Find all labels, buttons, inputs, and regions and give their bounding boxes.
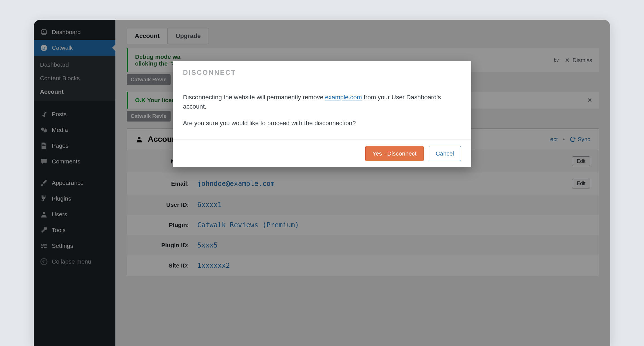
modal-title: Disconnect [173,61,471,84]
yes-disconnect-button[interactable]: Yes - Disconnect [365,146,424,161]
modal-footer: Yes - Disconnect Cancel [173,140,471,167]
app-window: Dashboard B Catwalk Dashboard Content Bl… [34,20,610,346]
disconnect-modal: Disconnect Disconnecting the website wil… [173,61,471,167]
cancel-button[interactable]: Cancel [429,146,461,161]
modal-body: Disconnecting the website will permanent… [173,84,471,140]
modal-domain-link[interactable]: example.com [325,94,362,101]
modal-confirm-text: Are you sure you would like to proceed w… [183,118,461,128]
modal-text-pre: Disconnecting the website will permanent… [183,94,325,101]
